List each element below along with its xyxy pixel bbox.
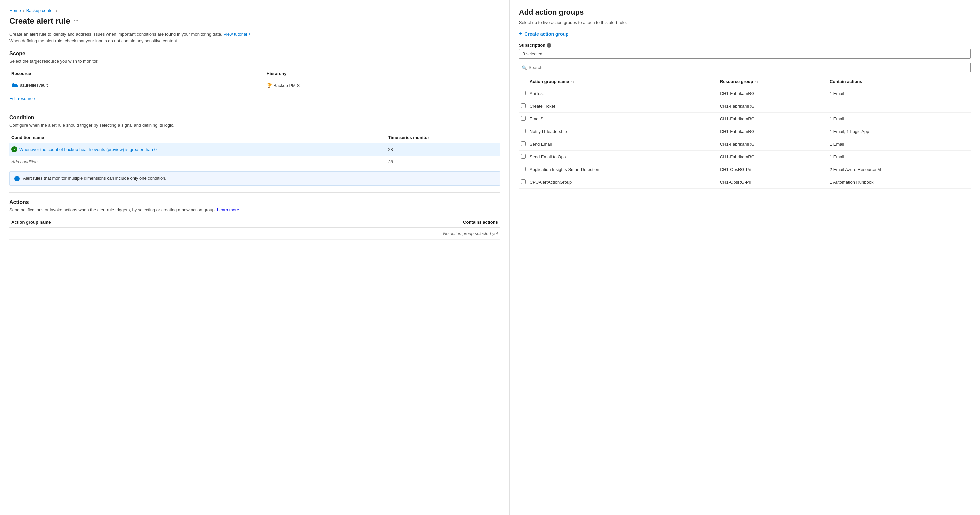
condition-value-cell: 28	[386, 143, 500, 156]
row-checkbox[interactable]	[521, 103, 526, 108]
table-row[interactable]: Send Email CH1-FabrikamRG 1 Email	[519, 138, 970, 151]
scope-heading: Scope	[10, 51, 500, 57]
ag-name-cell: EmailS	[528, 113, 718, 126]
table-row[interactable]: Application Insights Smart Detection CH1…	[519, 163, 970, 176]
ag-name-cell: CPUAlertActionGroup	[528, 176, 718, 189]
row-checkbox[interactable]	[521, 91, 526, 95]
table-row[interactable]: ✓ Whenever the count of backup health ev…	[10, 143, 500, 156]
resource-group-cell: CH1-FabrikamRG	[718, 113, 828, 126]
row-checkbox[interactable]	[521, 154, 526, 159]
contain-actions-cell: 1 Email	[828, 87, 970, 100]
ellipsis-menu[interactable]: ···	[74, 17, 79, 25]
table-row[interactable]: Create Ticket CH1-FabrikamRG	[519, 100, 970, 113]
contain-actions-cell: 1 Email	[828, 151, 970, 163]
row-checkbox[interactable]	[521, 141, 526, 146]
action-group-name-col-header: Action group name	[10, 217, 268, 228]
resource-group-cell: CH1-FabrikamRG	[718, 87, 828, 100]
condition-table: Condition name Time series monitor ✓ Whe…	[10, 132, 500, 168]
table-row[interactable]: Add condition 28	[10, 156, 500, 168]
plus-icon: +	[519, 30, 523, 37]
resource-group-cell: CH1-OpsRG-Pri	[718, 176, 828, 189]
time-series-col-header: Time series monitor	[386, 132, 500, 143]
hierarchy-cell: 🏆 Backup PM S	[264, 79, 500, 92]
create-action-group-button[interactable]: + Create action group	[519, 30, 569, 37]
resource-cell: azurefilesvault	[10, 79, 264, 92]
row-checkbox-cell	[519, 126, 528, 138]
ag-name-cell: AniTest	[528, 87, 718, 100]
scope-table: Resource Hierarchy azurefilesvault	[10, 68, 500, 92]
scope-desc: Select the target resource you wish to m…	[10, 59, 500, 64]
ag-name-col-header: Action group name ↑↓	[528, 76, 718, 87]
info-text: Alert rules that monitor multiple dimens…	[23, 176, 166, 181]
ag-name-sort-icon[interactable]: ↑↓	[571, 80, 574, 84]
row-checkbox-cell	[519, 87, 528, 100]
condition-row: ✓ Whenever the count of backup health ev…	[11, 146, 384, 153]
table-header-row: Action group name ↑↓ Resource group ↑↓ C…	[519, 76, 970, 87]
resource-group-cell: CH1-FabrikamRG	[718, 100, 828, 113]
green-check-icon: ✓	[11, 146, 18, 153]
condition-link[interactable]: Whenever the count of backup health even…	[19, 147, 157, 152]
row-checkbox[interactable]	[521, 129, 526, 134]
table-row[interactable]: AniTest CH1-FabrikamRG 1 Email	[519, 87, 970, 100]
actions-heading: Actions	[10, 199, 500, 205]
panel-title: Add action groups	[519, 8, 970, 17]
right-panel: Add action groups Select up to five acti…	[510, 0, 980, 515]
row-checkbox-cell	[519, 113, 528, 126]
contain-actions-cell: 2 Email Azure Resource M	[828, 163, 970, 176]
trophy-icon: 🏆	[266, 83, 272, 88]
condition-name-cell: ✓ Whenever the count of backup health ev…	[10, 143, 386, 156]
table-row[interactable]: EmailS CH1-FabrikamRG 1 Email	[519, 113, 970, 126]
add-condition-cell: Add condition	[10, 156, 386, 168]
table-row[interactable]: CPUAlertActionGroup CH1-OpsRG-Pri 1 Auto…	[519, 176, 970, 189]
breadcrumb-sep-1: ›	[23, 8, 24, 13]
resource-group-col-header: Resource group ↑↓	[718, 76, 828, 87]
resource-group-cell: CH1-OpsRG-Pri	[718, 163, 828, 176]
search-wrapper: 🔍	[519, 63, 970, 72]
checkbox-col-header	[519, 76, 528, 87]
hierarchy-col-header: Hierarchy	[264, 68, 500, 79]
ag-name-cell: Send Email	[528, 138, 718, 151]
cloud-icon	[11, 82, 18, 87]
row-checkbox[interactable]	[521, 167, 526, 171]
resource-group-cell: CH1-FabrikamRG	[718, 126, 828, 138]
ag-name-cell: Create Ticket	[528, 100, 718, 113]
row-checkbox[interactable]	[521, 179, 526, 184]
subscription-select[interactable]: 3 selected	[519, 49, 970, 59]
search-icon: 🔍	[522, 65, 527, 70]
ag-name-cell: Send Email to Ops	[528, 151, 718, 163]
resource-group-cell: CH1-FabrikamRG	[718, 151, 828, 163]
contain-actions-cell: 1 Automation Runbook	[828, 176, 970, 189]
breadcrumb-sep-2: ›	[56, 8, 57, 13]
breadcrumb-backup-center[interactable]: Backup center	[26, 8, 54, 13]
search-input[interactable]	[519, 63, 970, 72]
contain-actions-cell: 1 Email	[828, 113, 970, 126]
row-checkbox-cell	[519, 176, 528, 189]
edit-resource-link[interactable]: Edit resource	[10, 96, 35, 101]
page-title: Create alert rule ···	[10, 16, 500, 25]
table-row: No action group selected yet	[10, 228, 500, 240]
ag-name-cell: Notify IT leadership	[528, 126, 718, 138]
breadcrumb-home[interactable]: Home	[10, 8, 21, 13]
condition-heading: Condition	[10, 114, 500, 121]
left-panel: Home › Backup center › Create alert rule…	[0, 0, 510, 515]
resource-group-sort-icon[interactable]: ↑↓	[755, 80, 758, 84]
row-checkbox-cell	[519, 100, 528, 113]
panel-subtitle: Select up to five action groups to attac…	[519, 20, 970, 25]
learn-more-link[interactable]: Learn more	[217, 207, 239, 212]
actions-table: Action group name Contains actions No ac…	[10, 217, 500, 240]
hierarchy-badge: 🏆 Backup PM S	[266, 83, 300, 88]
row-checkbox-cell	[519, 151, 528, 163]
subscription-label: Subscription i	[519, 43, 970, 48]
no-action-group-cell: No action group selected yet	[10, 228, 500, 240]
actions-divider	[10, 192, 500, 193]
row-checkbox[interactable]	[521, 116, 526, 121]
contains-actions-col-header: Contains actions	[268, 217, 500, 228]
ag-name-cell: Application Insights Smart Detection	[528, 163, 718, 176]
row-checkbox-cell	[519, 163, 528, 176]
view-tutorial-link[interactable]: View tutorial +	[223, 32, 251, 37]
description-text: Create an alert rule to identify and add…	[10, 31, 500, 44]
action-groups-table: Action group name ↑↓ Resource group ↑↓ C…	[519, 76, 970, 189]
table-row[interactable]: Send Email to Ops CH1-FabrikamRG 1 Email	[519, 151, 970, 163]
contain-actions-cell	[828, 100, 970, 113]
table-row[interactable]: Notify IT leadership CH1-FabrikamRG 1 Em…	[519, 126, 970, 138]
